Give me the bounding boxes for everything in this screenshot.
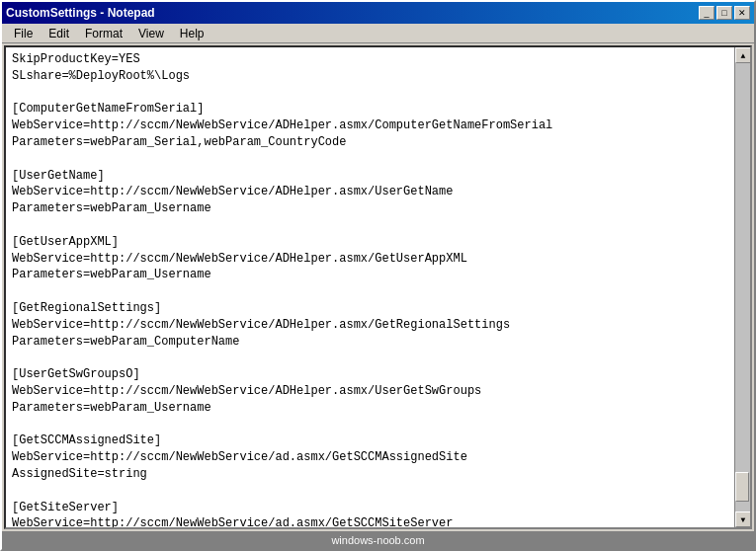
line	[12, 417, 728, 433]
scroll-up-button[interactable]: ▲	[735, 47, 751, 63]
close-button[interactable]: ✕	[734, 6, 750, 20]
scroll-track	[735, 63, 750, 512]
watermark-bar: windows-noob.com	[2, 531, 754, 549]
line: SkipProductKey=YES	[12, 51, 728, 68]
line: Parameters=webParam_Serial,webParam_Coun…	[12, 134, 728, 151]
menu-edit[interactable]: Edit	[41, 25, 77, 42]
scroll-down-button[interactable]: ▼	[735, 512, 751, 527]
line	[12, 85, 728, 102]
menu-file[interactable]: File	[6, 25, 41, 42]
watermark-text: windows-noob.com	[331, 534, 424, 546]
minimize-button[interactable]: _	[699, 6, 714, 20]
editor-content[interactable]: SkipProductKey=YESSLshare=%DeployRoot%\L…	[6, 47, 734, 527]
line	[12, 483, 728, 500]
maximize-button[interactable]: □	[716, 6, 732, 20]
title-bar: CustomSettings - Notepad _ □ ✕	[2, 2, 754, 24]
line: [UserGetName]	[12, 168, 728, 185]
line	[12, 283, 728, 300]
line: [UserGetSwGroupsO]	[12, 366, 728, 383]
line: [ComputerGetNameFromSerial]	[12, 101, 728, 118]
editor-inner: SkipProductKey=YESSLshare=%DeployRoot%\L…	[6, 47, 734, 527]
line: WebService=http://sccm/NewWebService/ADH…	[12, 383, 728, 400]
line: Parameters=webParam_ComputerName	[12, 334, 728, 351]
scroll-thumb[interactable]	[735, 472, 749, 502]
line	[12, 217, 728, 234]
menu-format[interactable]: Format	[77, 25, 130, 42]
line: WebService=http://sccm/NewWebService/ADH…	[12, 317, 728, 334]
line: Parameters=webParam_Username	[12, 400, 728, 417]
line: [GetUserAppXML]	[12, 234, 728, 251]
window-title: CustomSettings - Notepad	[6, 6, 155, 20]
menu-view[interactable]: View	[130, 25, 172, 42]
vertical-scrollbar[interactable]: ▲ ▼	[734, 47, 750, 527]
line: WebService=http://sccm/NewWebService/ad.…	[12, 449, 728, 466]
menu-help[interactable]: Help	[172, 25, 212, 42]
line: SLshare=%DeployRoot%\Logs	[12, 68, 728, 85]
editor-container: SkipProductKey=YESSLshare=%DeployRoot%\L…	[4, 45, 752, 529]
line	[12, 350, 728, 366]
line: [GetSiteServer]	[12, 500, 728, 516]
menu-bar: File Edit Format View Help	[2, 24, 754, 43]
line: [GetRegionalSettings]	[12, 300, 728, 317]
line: [GetSCCMAssignedSite]	[12, 433, 728, 449]
line	[12, 151, 728, 168]
line: WebService=http://sccm/NewWebService/ADH…	[12, 118, 728, 134]
line: Parameters=webParam_Username	[12, 200, 728, 217]
title-bar-controls: _ □ ✕	[699, 6, 750, 20]
window: CustomSettings - Notepad _ □ ✕ File Edit…	[0, 0, 756, 551]
line: WebService=http://sccm/NewWebService/ADH…	[12, 251, 728, 268]
line: Parameters=webParam_Username	[12, 267, 728, 283]
line: WebService=http://sccm/NewWebService/ADH…	[12, 184, 728, 200]
line: WebService=http://sccm/NewWebService/ad.…	[12, 515, 728, 527]
line: AssignedSite=string	[12, 466, 728, 483]
